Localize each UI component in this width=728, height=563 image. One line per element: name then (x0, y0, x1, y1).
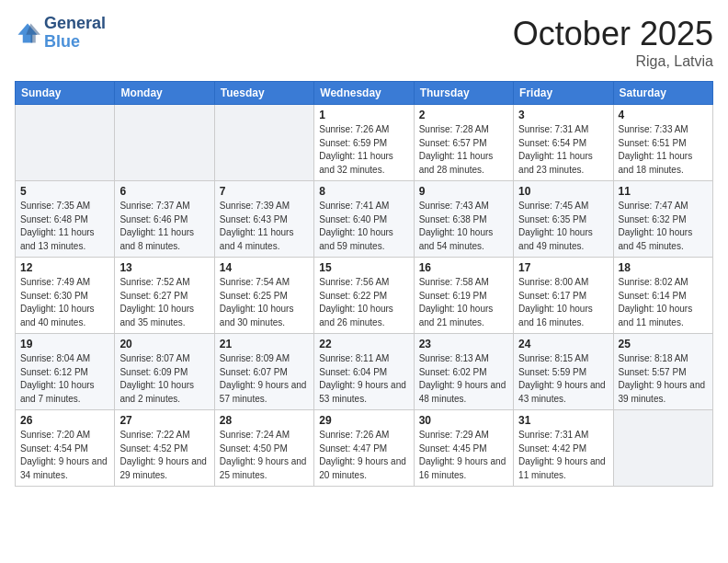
day-info: Sunrise: 7:43 AM Sunset: 6:38 PM Dayligh… (419, 200, 508, 253)
day-number: 15 (319, 261, 408, 274)
day-info: Sunrise: 7:54 AM Sunset: 6:25 PM Dayligh… (220, 276, 309, 329)
calendar-cell: 14Sunrise: 7:54 AM Sunset: 6:25 PM Dayli… (214, 258, 313, 334)
day-number: 26 (20, 414, 109, 427)
calendar-cell: 25Sunrise: 8:18 AM Sunset: 5:57 PM Dayli… (613, 334, 712, 410)
calendar-cell: 24Sunrise: 8:15 AM Sunset: 5:59 PM Dayli… (514, 334, 613, 410)
day-info: Sunrise: 7:41 AM Sunset: 6:40 PM Dayligh… (319, 200, 408, 253)
calendar-cell: 4Sunrise: 7:33 AM Sunset: 6:51 PM Daylig… (613, 105, 712, 181)
day-number: 28 (220, 414, 309, 427)
day-number: 12 (20, 261, 109, 274)
calendar-cell: 31Sunrise: 7:31 AM Sunset: 4:42 PM Dayli… (514, 410, 613, 487)
calendar-week-row: 5Sunrise: 7:35 AM Sunset: 6:48 PM Daylig… (16, 181, 713, 258)
day-number: 14 (220, 261, 309, 274)
calendar-week-row: 12Sunrise: 7:49 AM Sunset: 6:30 PM Dayli… (16, 258, 713, 334)
day-number: 7 (220, 185, 309, 198)
weekday-header: Tuesday (214, 82, 313, 105)
calendar-cell: 2Sunrise: 7:28 AM Sunset: 6:57 PM Daylig… (414, 105, 513, 181)
logo-text: General Blue (44, 15, 106, 52)
day-info: Sunrise: 7:24 AM Sunset: 4:50 PM Dayligh… (220, 429, 309, 482)
calendar-cell: 8Sunrise: 7:41 AM Sunset: 6:40 PM Daylig… (314, 181, 414, 258)
day-info: Sunrise: 8:09 AM Sunset: 6:07 PM Dayligh… (220, 352, 309, 406)
calendar-cell: 21Sunrise: 8:09 AM Sunset: 6:07 PM Dayli… (214, 334, 313, 410)
calendar-week-row: 1Sunrise: 7:26 AM Sunset: 6:59 PM Daylig… (16, 105, 713, 181)
day-number: 20 (119, 338, 209, 350)
day-info: Sunrise: 7:52 AM Sunset: 6:27 PM Dayligh… (119, 276, 209, 329)
calendar-cell: 19Sunrise: 8:04 AM Sunset: 6:12 PM Dayli… (16, 334, 115, 410)
day-info: Sunrise: 8:04 AM Sunset: 6:12 PM Dayligh… (20, 352, 109, 406)
calendar-cell: 18Sunrise: 8:02 AM Sunset: 6:14 PM Dayli… (613, 258, 712, 334)
calendar-cell: 3Sunrise: 7:31 AM Sunset: 6:54 PM Daylig… (514, 105, 613, 181)
day-number: 21 (220, 338, 309, 350)
calendar-cell: 23Sunrise: 8:13 AM Sunset: 6:02 PM Dayli… (414, 334, 513, 410)
day-info: Sunrise: 7:47 AM Sunset: 6:32 PM Dayligh… (619, 200, 708, 253)
calendar-cell: 16Sunrise: 7:58 AM Sunset: 6:19 PM Dayli… (414, 258, 513, 334)
day-info: Sunrise: 8:00 AM Sunset: 6:17 PM Dayligh… (518, 276, 608, 329)
calendar-cell: 13Sunrise: 7:52 AM Sunset: 6:27 PM Dayli… (115, 258, 214, 334)
calendar-table: SundayMondayTuesdayWednesdayThursdayFrid… (15, 81, 713, 487)
day-number: 24 (518, 338, 608, 350)
day-number: 13 (119, 261, 209, 274)
calendar-cell: 28Sunrise: 7:24 AM Sunset: 4:50 PM Dayli… (214, 410, 313, 487)
calendar-cell: 22Sunrise: 8:11 AM Sunset: 6:04 PM Dayli… (314, 334, 414, 410)
day-info: Sunrise: 8:07 AM Sunset: 6:09 PM Dayligh… (119, 352, 209, 406)
day-info: Sunrise: 7:29 AM Sunset: 4:45 PM Dayligh… (419, 429, 508, 482)
calendar-cell (214, 105, 313, 181)
day-number: 8 (319, 185, 408, 198)
page-header: General Blue October 2025 Riga, Latvia (15, 15, 713, 70)
calendar-cell: 7Sunrise: 7:39 AM Sunset: 6:43 PM Daylig… (214, 181, 313, 258)
day-info: Sunrise: 7:28 AM Sunset: 6:57 PM Dayligh… (419, 123, 508, 177)
day-number: 11 (619, 185, 708, 198)
day-number: 30 (419, 414, 508, 427)
calendar-cell: 9Sunrise: 7:43 AM Sunset: 6:38 PM Daylig… (414, 181, 513, 258)
calendar-cell: 6Sunrise: 7:37 AM Sunset: 6:46 PM Daylig… (115, 181, 214, 258)
day-info: Sunrise: 7:49 AM Sunset: 6:30 PM Dayligh… (20, 276, 109, 329)
weekday-header: Friday (514, 82, 613, 105)
calendar-cell: 30Sunrise: 7:29 AM Sunset: 4:45 PM Dayli… (414, 410, 513, 487)
day-info: Sunrise: 8:02 AM Sunset: 6:14 PM Dayligh… (619, 276, 708, 329)
day-info: Sunrise: 7:37 AM Sunset: 6:46 PM Dayligh… (119, 200, 209, 253)
month-title: October 2025 (513, 15, 713, 53)
calendar-cell: 26Sunrise: 7:20 AM Sunset: 4:54 PM Dayli… (16, 410, 115, 487)
calendar-cell: 15Sunrise: 7:56 AM Sunset: 6:22 PM Dayli… (314, 258, 414, 334)
day-number: 17 (518, 261, 608, 274)
weekday-header: Monday (115, 82, 214, 105)
day-info: Sunrise: 7:22 AM Sunset: 4:52 PM Dayligh… (119, 429, 209, 482)
day-info: Sunrise: 7:35 AM Sunset: 6:48 PM Dayligh… (20, 200, 109, 253)
day-number: 19 (20, 338, 109, 350)
day-number: 4 (619, 109, 708, 121)
day-number: 5 (20, 185, 109, 198)
calendar-cell: 17Sunrise: 8:00 AM Sunset: 6:17 PM Dayli… (514, 258, 613, 334)
calendar-cell: 20Sunrise: 8:07 AM Sunset: 6:09 PM Dayli… (115, 334, 214, 410)
day-info: Sunrise: 7:45 AM Sunset: 6:35 PM Dayligh… (518, 200, 608, 253)
day-number: 23 (419, 338, 508, 350)
day-number: 6 (119, 185, 209, 198)
logo: General Blue (15, 15, 106, 52)
calendar-cell: 29Sunrise: 7:26 AM Sunset: 4:47 PM Dayli… (314, 410, 414, 487)
day-number: 3 (518, 109, 608, 121)
day-info: Sunrise: 7:58 AM Sunset: 6:19 PM Dayligh… (419, 276, 508, 329)
calendar-cell: 27Sunrise: 7:22 AM Sunset: 4:52 PM Dayli… (115, 410, 214, 487)
calendar-cell (16, 105, 115, 181)
calendar-cell (115, 105, 214, 181)
weekday-header: Saturday (613, 82, 712, 105)
day-info: Sunrise: 8:13 AM Sunset: 6:02 PM Dayligh… (419, 352, 508, 406)
day-info: Sunrise: 7:20 AM Sunset: 4:54 PM Dayligh… (20, 429, 109, 482)
logo-icon (15, 20, 40, 46)
day-info: Sunrise: 7:26 AM Sunset: 4:47 PM Dayligh… (319, 429, 408, 482)
day-number: 25 (619, 338, 708, 350)
weekday-header: Wednesday (314, 82, 414, 105)
day-info: Sunrise: 7:56 AM Sunset: 6:22 PM Dayligh… (319, 276, 408, 329)
calendar-cell (613, 410, 712, 487)
calendar-cell: 5Sunrise: 7:35 AM Sunset: 6:48 PM Daylig… (16, 181, 115, 258)
day-number: 2 (419, 109, 508, 121)
day-number: 31 (518, 414, 608, 427)
day-number: 1 (319, 109, 408, 121)
day-info: Sunrise: 7:33 AM Sunset: 6:51 PM Dayligh… (619, 123, 708, 177)
calendar-cell: 1Sunrise: 7:26 AM Sunset: 6:59 PM Daylig… (314, 105, 414, 181)
calendar-week-row: 26Sunrise: 7:20 AM Sunset: 4:54 PM Dayli… (16, 410, 713, 487)
calendar-cell: 10Sunrise: 7:45 AM Sunset: 6:35 PM Dayli… (514, 181, 613, 258)
day-number: 16 (419, 261, 508, 274)
title-block: October 2025 Riga, Latvia (513, 15, 713, 70)
day-number: 10 (518, 185, 608, 198)
weekday-header: Thursday (414, 82, 513, 105)
